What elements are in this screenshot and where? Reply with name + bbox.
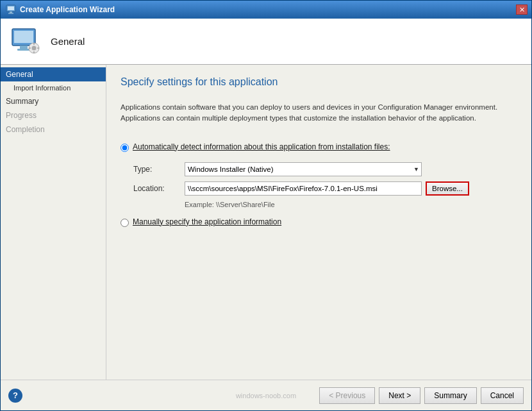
sidebar-item-progress: Progress xyxy=(1,108,106,122)
svg-rect-5 xyxy=(14,31,33,43)
type-row: Type: Windows Installer (Native) xyxy=(133,162,517,176)
example-text: Example: \\Server\Share\File xyxy=(185,201,517,208)
auto-detect-radio[interactable] xyxy=(121,144,129,152)
type-control: Windows Installer (Native) xyxy=(185,162,422,176)
title-bar: Create Application Wizard ✕ xyxy=(1,1,531,19)
wizard-header: General xyxy=(1,19,531,65)
sidebar-item-completion: Completion xyxy=(1,122,106,137)
sidebar: General Import Information Summary Progr… xyxy=(1,65,106,380)
title-bar-left: Create Application Wizard xyxy=(6,4,115,15)
svg-rect-3 xyxy=(8,13,13,14)
location-label: Location: xyxy=(133,184,185,193)
form-section: Type: Windows Installer (Native) Locatio… xyxy=(133,162,517,208)
header-title: General xyxy=(51,36,85,47)
location-row: Location: Browse... xyxy=(133,181,517,196)
content-area: Specify settings for this application Ap… xyxy=(106,65,531,380)
close-button[interactable]: ✕ xyxy=(516,4,528,15)
svg-rect-6 xyxy=(20,46,28,49)
header-icon xyxy=(11,26,42,57)
type-select[interactable]: Windows Installer (Native) xyxy=(185,162,422,176)
content-title: Specify settings for this application xyxy=(121,76,517,88)
sidebar-item-import-information[interactable]: Import Information xyxy=(1,81,106,94)
auto-detect-label[interactable]: Automatically detect information about t… xyxy=(133,142,390,151)
type-select-wrapper: Windows Installer (Native) xyxy=(185,162,422,176)
watermark: windows-noob.com xyxy=(236,392,296,399)
footer-buttons: < Previous Next > Summary Cancel xyxy=(319,387,524,404)
auto-detect-option: Automatically detect information about t… xyxy=(121,142,517,152)
wizard-icon xyxy=(6,4,16,15)
svg-rect-7 xyxy=(17,49,30,51)
wizard-window: Create Application Wizard ✕ General Gene… xyxy=(0,0,532,411)
manual-radio[interactable] xyxy=(121,219,129,227)
sidebar-item-general[interactable]: General xyxy=(1,67,106,81)
svg-rect-10 xyxy=(33,43,35,45)
summary-button[interactable]: Summary xyxy=(424,387,476,404)
next-button[interactable]: Next > xyxy=(379,387,420,404)
type-label: Type: xyxy=(133,165,185,174)
svg-rect-13 xyxy=(37,47,39,49)
location-input[interactable] xyxy=(185,181,422,196)
content-description: Applications contain software that you c… xyxy=(121,97,505,130)
sidebar-item-summary[interactable]: Summary xyxy=(1,94,106,108)
manual-label[interactable]: Manually specify the application informa… xyxy=(133,217,281,226)
svg-rect-11 xyxy=(33,51,35,53)
location-control: Browse... xyxy=(185,181,469,196)
wizard-footer: ? windows-noob.com < Previous Next > Sum… xyxy=(1,380,531,410)
svg-point-9 xyxy=(32,46,37,50)
svg-rect-12 xyxy=(29,47,31,49)
help-button[interactable]: ? xyxy=(8,389,22,403)
browse-button[interactable]: Browse... xyxy=(426,181,469,196)
previous-button[interactable]: < Previous xyxy=(319,387,375,404)
cancel-button[interactable]: Cancel xyxy=(481,387,524,404)
svg-rect-1 xyxy=(8,6,14,10)
footer-left: ? xyxy=(8,389,22,403)
svg-rect-2 xyxy=(10,12,12,13)
manual-option: Manually specify the application informa… xyxy=(121,217,517,227)
wizard-body: General Import Information Summary Progr… xyxy=(1,65,531,380)
title-bar-text: Create Application Wizard xyxy=(20,5,115,14)
